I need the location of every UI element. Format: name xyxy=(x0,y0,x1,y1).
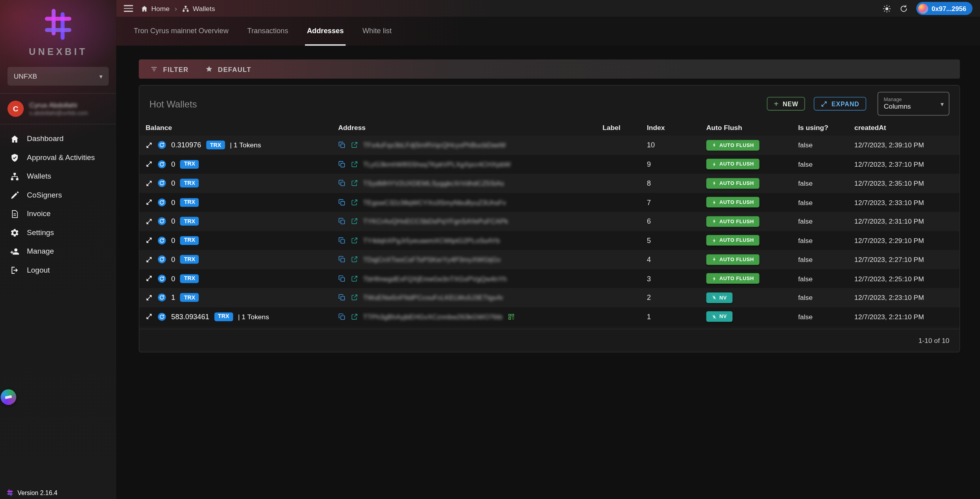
row-expand-icon[interactable] xyxy=(146,237,153,244)
user-profile[interactable]: C Cyrus Abdollahi s.abdollahi@unfxb.com xyxy=(0,93,116,124)
auto-flush-button[interactable]: AUTO FLUSH xyxy=(706,178,760,188)
row-expand-icon[interactable] xyxy=(146,142,153,149)
manage-value: Columns xyxy=(884,103,911,111)
contract-icon[interactable] xyxy=(507,313,515,320)
copy-address-icon[interactable] xyxy=(338,294,346,301)
open-explorer-icon[interactable] xyxy=(351,218,358,225)
row-refresh-icon[interactable] xyxy=(158,274,166,283)
auto-flush-button[interactable]: AUTO FLUSH xyxy=(706,197,760,208)
tab-tron-cyrus-mainnet-overview[interactable]: Tron Cyrus mainnet Overview xyxy=(132,17,230,46)
default-view-button[interactable]: DEFAULT xyxy=(205,65,251,73)
row-refresh-icon[interactable] xyxy=(158,293,166,302)
auto-flush-button[interactable]: AUTO FLUSH xyxy=(706,254,760,265)
sidebar-item-approval-activities[interactable]: Approval & Activities xyxy=(0,148,116,167)
copy-address-icon[interactable] xyxy=(338,141,346,149)
manage-columns-select[interactable]: Manage Columns ▾ xyxy=(878,92,950,115)
cosigners-icon xyxy=(10,190,19,200)
row-refresh-icon[interactable] xyxy=(158,217,166,226)
filter-button[interactable]: FILTER xyxy=(150,65,189,73)
copy-address-icon[interactable] xyxy=(338,275,346,282)
index-value: 7 xyxy=(647,199,706,206)
breadcrumb-wallets[interactable]: Wallets xyxy=(182,5,215,12)
open-explorer-icon[interactable] xyxy=(351,179,358,187)
nv-button[interactable]: NV xyxy=(706,292,732,303)
row-expand-icon[interactable] xyxy=(146,199,153,205)
sidebar-item-wallets[interactable]: Wallets xyxy=(0,167,116,185)
copy-address-icon[interactable] xyxy=(338,179,346,187)
row-refresh-icon[interactable] xyxy=(158,141,166,149)
wallets-icon xyxy=(10,171,19,181)
expand-button[interactable]: EXPAND xyxy=(814,97,866,111)
nv-button[interactable]: NV xyxy=(706,311,732,322)
workspace-select[interactable]: UNFXB ▾ xyxy=(8,67,109,85)
home-icon xyxy=(10,134,19,143)
version-label: Version 2.16.4 xyxy=(17,489,57,496)
open-explorer-icon[interactable] xyxy=(351,313,358,320)
filter-icon xyxy=(150,65,158,73)
action-button-label: AUTO FLUSH xyxy=(719,218,754,224)
trx-badge: TRX xyxy=(180,274,199,283)
panel-title: Hot Wallets xyxy=(149,98,197,109)
open-explorer-icon[interactable] xyxy=(351,160,358,168)
table-row: 583.093461TRX| 1 TokensTTPh3gBhAyjbEHGvX… xyxy=(139,307,959,326)
chevron-down-icon: ▾ xyxy=(940,100,944,107)
open-explorer-icon[interactable] xyxy=(351,275,358,282)
balance-value: 0 xyxy=(171,256,175,263)
auto-flush-button[interactable]: AUTO FLUSH xyxy=(706,235,760,246)
copy-address-icon[interactable] xyxy=(338,313,346,320)
row-expand-icon[interactable] xyxy=(146,180,153,186)
row-refresh-icon[interactable] xyxy=(158,160,166,169)
sidebar-item-label: Approval & Activities xyxy=(27,153,95,162)
row-refresh-icon[interactable] xyxy=(158,179,166,188)
filter-bar: FILTER DEFAULT xyxy=(139,59,960,79)
sidebar-item-label: Manage xyxy=(27,247,54,256)
row-expand-icon[interactable] xyxy=(146,161,153,168)
menu-toggle-icon[interactable] xyxy=(122,2,134,14)
refresh-icon[interactable] xyxy=(899,4,908,13)
open-explorer-icon[interactable] xyxy=(351,199,358,206)
tab-addresses[interactable]: Addresses xyxy=(305,17,346,46)
copy-address-icon[interactable] xyxy=(338,218,346,225)
auto-flush-button[interactable]: AUTO FLUSH xyxy=(706,273,760,284)
row-expand-icon[interactable] xyxy=(146,275,153,282)
row-refresh-icon[interactable] xyxy=(158,255,166,264)
sidebar-item-logout[interactable]: Logout xyxy=(0,261,116,279)
open-explorer-icon[interactable] xyxy=(351,256,358,263)
open-explorer-icon[interactable] xyxy=(351,294,358,301)
is-using-value: false xyxy=(798,313,854,320)
sidebar-item-dashboard[interactable]: Dashboard xyxy=(0,129,116,148)
row-refresh-icon[interactable] xyxy=(158,198,166,207)
action-button-label: NV xyxy=(719,295,727,300)
tab-transactions[interactable]: Transactions xyxy=(245,17,290,46)
row-expand-icon[interactable] xyxy=(146,294,153,301)
row-expand-icon[interactable] xyxy=(146,218,153,225)
row-expand-icon[interactable] xyxy=(146,256,153,263)
copy-address-icon[interactable] xyxy=(338,160,346,168)
balance-value: 0 xyxy=(171,237,175,244)
balance-value: 583.093461 xyxy=(171,313,209,320)
sidebar-item-cosigners[interactable]: CoSigners xyxy=(0,186,116,204)
copy-address-icon[interactable] xyxy=(338,256,346,263)
row-expand-icon[interactable] xyxy=(146,313,153,320)
row-refresh-icon[interactable] xyxy=(158,312,166,321)
row-refresh-icon[interactable] xyxy=(158,236,166,245)
bolt-icon xyxy=(712,181,717,186)
auto-flush-button[interactable]: AUTO FLUSH xyxy=(706,216,760,227)
chat-widget-bubble[interactable] xyxy=(1,389,17,405)
tab-white-list[interactable]: White list xyxy=(360,17,393,46)
sidebar-item-invoice[interactable]: Invoice xyxy=(0,204,116,223)
theme-toggle-icon[interactable] xyxy=(882,4,891,13)
sidebar-item-manage[interactable]: Manage xyxy=(0,242,116,260)
breadcrumb: Home › Wallets xyxy=(141,4,215,13)
sidebar-item-settings[interactable]: Settings xyxy=(0,223,116,242)
open-explorer-icon[interactable] xyxy=(351,141,358,149)
open-explorer-icon[interactable] xyxy=(351,237,358,244)
new-button[interactable]: + NEW xyxy=(767,97,805,111)
auto-flush-button[interactable]: AUTO FLUSH xyxy=(706,159,760,169)
account-pill[interactable]: 0x97...2956 xyxy=(916,2,972,15)
copy-address-icon[interactable] xyxy=(338,237,346,244)
default-label: DEFAULT xyxy=(218,65,251,73)
auto-flush-button[interactable]: AUTO FLUSH xyxy=(706,140,760,151)
breadcrumb-home[interactable]: Home xyxy=(141,5,170,12)
copy-address-icon[interactable] xyxy=(338,199,346,206)
